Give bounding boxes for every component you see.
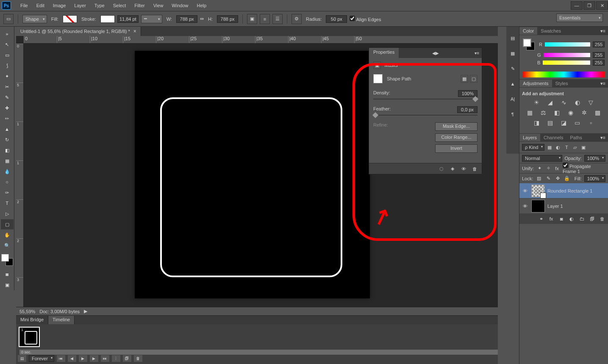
b-slider[interactable] — [543, 61, 590, 65]
delete-frame-icon[interactable]: 🗑 — [134, 355, 142, 362]
filter-type-icon[interactable]: T — [563, 144, 570, 151]
collapse-icon[interactable]: ◀▶ — [430, 51, 441, 55]
screenmode-tool[interactable]: ▣ — [1, 280, 14, 290]
tab-paths[interactable]: Paths — [567, 134, 586, 141]
toggle-mask-icon[interactable]: 👁 — [460, 165, 467, 173]
window-minimize[interactable]: — — [571, 1, 583, 10]
feather-slider[interactable] — [373, 115, 478, 116]
posterize-icon[interactable]: ▤ — [546, 119, 555, 127]
layer-row-2[interactable]: 👁 Layer 1 — [519, 199, 608, 214]
vibrance-icon[interactable]: ▽ — [587, 99, 595, 106]
history-icon[interactable]: ▤ — [506, 32, 519, 44]
healing-tool[interactable]: ✚ — [1, 103, 14, 113]
color-spectrum[interactable] — [523, 72, 605, 77]
path-ops-icon[interactable]: ▣ — [247, 14, 257, 24]
invert-button[interactable]: Invert — [435, 144, 478, 153]
move-tool[interactable]: ↖ — [1, 39, 14, 50]
tween-icon[interactable]: ⋮ — [112, 355, 120, 362]
tool-preset-icon[interactable]: ▭ — [3, 14, 14, 24]
new-frame-icon[interactable]: 🗐 — [123, 355, 131, 362]
document-tab[interactable]: Untitled-1 @ 55,6% (Rounded Rectangle 1,… — [16, 27, 141, 36]
panel-menu-icon[interactable]: ▾≡ — [598, 81, 608, 86]
curves-icon[interactable]: ∿ — [560, 99, 568, 106]
color-fg-bg[interactable] — [523, 39, 535, 50]
shape-tool[interactable]: ▢ — [1, 219, 14, 229]
g-value[interactable]: 255 — [593, 52, 605, 58]
unify-vis-icon[interactable]: ✧ — [545, 165, 552, 172]
propagate-checkbox[interactable]: Propagate Frame 1 — [563, 163, 605, 174]
tab-timeline[interactable]: Timeline — [48, 316, 75, 324]
gear-icon[interactable]: ⚙ — [292, 14, 302, 24]
tab-properties[interactable]: Properties — [369, 48, 399, 58]
convert-timeline-icon[interactable]: ▤ — [18, 355, 26, 362]
window-maximize[interactable]: ❐ — [583, 1, 595, 10]
window-close[interactable]: ✕ — [596, 1, 608, 10]
gradmap-icon[interactable]: ▭ — [573, 119, 582, 127]
fill-swatch[interactable] — [63, 15, 77, 23]
tab-channels[interactable]: Channels — [540, 134, 566, 141]
menu-filter[interactable]: Filter — [130, 3, 149, 8]
history-brush-tool[interactable]: ↻ — [1, 135, 14, 145]
hue-icon[interactable]: ▦ — [526, 109, 534, 116]
magic-wand-tool[interactable]: ✦ — [1, 71, 14, 81]
quickmask-tool[interactable]: ◙ — [1, 269, 14, 279]
lock-all-icon[interactable]: 🔒 — [564, 175, 570, 182]
shape-rounded-rectangle[interactable] — [160, 97, 342, 277]
lock-trans-icon[interactable]: ▨ — [536, 175, 542, 182]
menu-type[interactable]: Type — [90, 3, 109, 8]
crop-tool[interactable]: ✂ — [1, 82, 14, 92]
timeline-frame[interactable]: 1 — [19, 327, 40, 347]
panel-menu-icon[interactable]: ▾≡ — [472, 51, 482, 55]
collapse-icon[interactable]: » — [1, 29, 14, 39]
layer-thumb[interactable] — [531, 200, 545, 212]
gradient-tool[interactable]: ▦ — [1, 156, 14, 166]
path-select-tool[interactable]: ▷ — [1, 209, 14, 219]
lasso-tool[interactable]: ⟆ — [1, 61, 14, 71]
link-wh-icon[interactable]: ⇔ — [200, 16, 204, 22]
density-slider[interactable] — [373, 99, 478, 99]
arrow-icon[interactable]: ▶ — [84, 309, 87, 314]
delete-mask-icon[interactable]: 🗑 — [471, 165, 478, 173]
layer-name[interactable]: Rounded Rectangle 1 — [547, 188, 592, 193]
menu-select[interactable]: Select — [109, 3, 130, 8]
vector-mask-icon[interactable]: ▢ — [470, 75, 478, 83]
layer-name[interactable]: Layer 1 — [547, 204, 563, 209]
menu-file[interactable]: File — [16, 3, 32, 8]
exposure-icon[interactable]: ◐ — [573, 99, 582, 106]
char-panel-icon[interactable]: A| — [506, 93, 519, 105]
bw-icon[interactable]: ◧ — [553, 109, 561, 116]
align-edges-checkbox[interactable]: Align Edges — [350, 16, 381, 22]
visibility-icon[interactable]: 👁 — [521, 204, 529, 209]
blur-tool[interactable]: 💧 — [1, 166, 14, 176]
mixer-icon[interactable]: ✲ — [580, 109, 589, 116]
adjustment-icon[interactable]: ◐ — [568, 215, 575, 222]
zoom-tool[interactable]: 🔍 — [1, 240, 14, 251]
stroke-swatch[interactable] — [100, 15, 115, 23]
group-icon[interactable]: 🗀 — [578, 215, 585, 222]
workspace-dropdown[interactable]: Essentials — [556, 14, 603, 22]
stroke-width-input[interactable] — [117, 15, 139, 23]
brush-panel-icon[interactable]: ✎ — [506, 62, 519, 75]
brightness-icon[interactable]: ☀ — [533, 99, 541, 106]
load-selection-icon[interactable]: ◌ — [438, 165, 445, 173]
canvas[interactable] — [135, 51, 370, 298]
stroke-style-dropdown[interactable]: ━ — [141, 15, 162, 23]
last-frame-icon[interactable]: ⏭ — [101, 355, 109, 362]
density-value[interactable]: 100% — [458, 90, 478, 97]
lookup-icon[interactable]: ▩ — [594, 109, 602, 116]
pixel-mask-icon[interactable]: ▩ — [461, 75, 468, 83]
r-slider[interactable] — [545, 42, 590, 47]
brush-tool[interactable]: ✏ — [1, 113, 14, 124]
menu-window[interactable]: Window — [167, 3, 192, 8]
filter-pixel-icon[interactable]: ▦ — [546, 144, 553, 151]
clone-panel-icon[interactable]: ▲ — [506, 77, 519, 90]
photo-filter-icon[interactable]: ◉ — [566, 109, 575, 116]
radius-input[interactable] — [326, 15, 347, 23]
invert-icon[interactable]: ◨ — [533, 119, 541, 127]
selective-icon[interactable]: ▫ — [587, 119, 595, 127]
levels-icon[interactable]: ◢ — [546, 99, 555, 106]
panel-menu-icon[interactable]: ▾≡ — [598, 28, 608, 34]
filter-shape-icon[interactable]: ▱ — [572, 144, 578, 151]
tab-mini-bridge[interactable]: Mini Bridge — [16, 316, 48, 324]
unify-pos-icon[interactable]: ✦ — [536, 165, 543, 172]
